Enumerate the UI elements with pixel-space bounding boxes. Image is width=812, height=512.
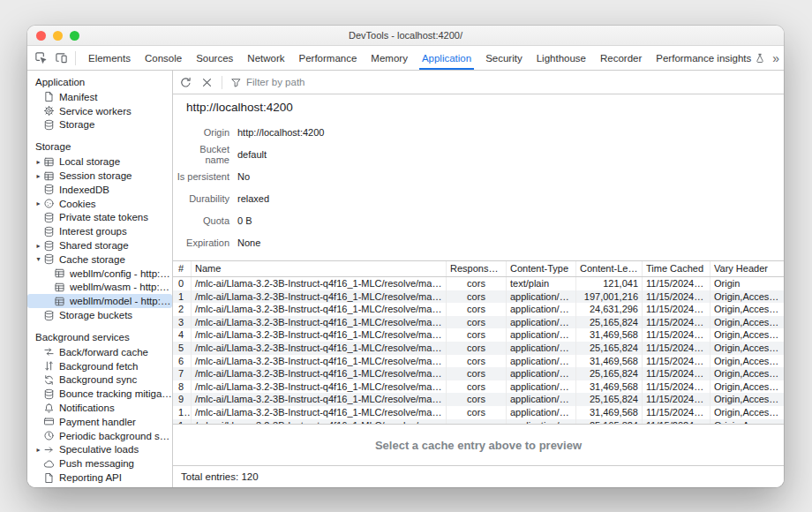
- sidebar-item-push-messaging[interactable]: Push messaging: [27, 456, 172, 471]
- tab-elements[interactable]: Elements: [81, 46, 138, 70]
- tab-performance-insights[interactable]: Performance insights: [649, 46, 772, 70]
- window-title: DevTools - localhost:4200/: [27, 30, 784, 41]
- sidebar-item-label: Back/forward cache: [59, 347, 172, 358]
- sidebar-item-speculative-loads[interactable]: ▸Speculative loads: [27, 443, 172, 457]
- cell-name: /mlc-ai/Llama-3.2-3B-Instruct-q4f16_1-ML…: [192, 406, 447, 419]
- cell-time_cached: 11/15/2024, 10…: [643, 406, 710, 419]
- expand-arrow-icon[interactable]: ▸: [34, 446, 43, 454]
- sidebar-item-service-workers[interactable]: Service workers: [27, 104, 172, 118]
- sync-icon: [43, 374, 55, 386]
- tab-lighthouse[interactable]: Lighthouse: [530, 46, 593, 70]
- expand-arrow-icon[interactable]: ▸: [34, 200, 43, 207]
- sidebar-item-payment-handler[interactable]: Payment handler: [27, 415, 172, 429]
- table-row[interactable]: 9/mlc-ai/Llama-3.2-3B-Instruct-q4f16_1-M…: [173, 393, 784, 406]
- sidebar-item-private-state-tokens[interactable]: Private state tokens: [27, 211, 172, 225]
- table-row[interactable]: 0/mlc-ai/Llama-3.2-3B-Instruct-q4f16_1-M…: [173, 277, 784, 290]
- table-row[interactable]: 4/mlc-ai/Llama-3.2-3B-Instruct-q4f16_1-M…: [173, 328, 784, 342]
- sidebar-item-bounce-tracking-mitigations[interactable]: Bounce tracking mitigations: [27, 387, 172, 401]
- tab-label: Performance: [299, 53, 357, 64]
- sidebar-item-manifest[interactable]: Manifest: [27, 90, 172, 104]
- filter-input[interactable]: Filter by path: [230, 77, 304, 88]
- tab-security[interactable]: Security: [478, 46, 530, 70]
- cell-content_type: application/oc…: [507, 342, 576, 355]
- meta-value: relaxed: [237, 193, 269, 204]
- column-header-vary-header[interactable]: Vary Header: [710, 261, 784, 276]
- tab-memory[interactable]: Memory: [364, 46, 415, 70]
- table-row[interactable]: 10/mlc-ai/Llama-3.2-3B-Instruct-q4f16_1-…: [173, 406, 784, 419]
- table-header[interactable]: #NameResponse-TypeContent-TypeContent-Le…: [173, 261, 784, 277]
- expand-arrow-icon[interactable]: ▾: [34, 255, 43, 263]
- table-row[interactable]: 6/mlc-ai/Llama-3.2-3B-Instruct-q4f16_1-M…: [173, 355, 784, 368]
- sidebar-item-back-forward-cache[interactable]: Back/forward cache: [27, 345, 172, 359]
- sidebar-item-local-storage[interactable]: ▸Local storage: [27, 154, 172, 169]
- section-title-application: Application: [27, 74, 172, 90]
- sidebar-item-label: Reporting API: [59, 472, 172, 483]
- inspect-icon[interactable]: [34, 51, 48, 64]
- device-toolbar-icon[interactable]: [55, 51, 68, 64]
- refresh-icon[interactable]: [179, 76, 192, 89]
- column-header-content-type[interactable]: Content-Type: [507, 261, 576, 276]
- table-row[interactable]: 3/mlc-ai/Llama-3.2-3B-Instruct-q4f16_1-M…: [173, 316, 784, 329]
- tab-recorder[interactable]: Recorder: [593, 46, 649, 70]
- sidebar-item-webllm-wasm-http-loca[interactable]: webllm/wasm - http://loca…: [27, 281, 172, 295]
- cell-content_length: 197,001,216: [576, 290, 643, 304]
- sidebar-item-notifications[interactable]: Notifications: [27, 401, 172, 415]
- clear-icon[interactable]: [200, 76, 214, 89]
- tab-performance[interactable]: Performance: [292, 46, 365, 70]
- expand-arrow-icon[interactable]: ▸: [34, 242, 43, 250]
- sidebar-item-cookies[interactable]: ▸Cookies: [27, 197, 172, 211]
- sidebar-item-reporting-api[interactable]: Reporting API: [27, 471, 172, 485]
- meta-row-is-persistent: Is persistentNo: [173, 165, 784, 187]
- table-rows: 0/mlc-ai/Llama-3.2-3B-Instruct-q4f16_1-M…: [173, 277, 784, 425]
- expand-arrow-icon[interactable]: ▸: [34, 172, 43, 180]
- cell-response_type: cors: [447, 355, 507, 368]
- table-row[interactable]: 1/mlc-ai/Llama-3.2-3B-Instruct-q4f16_1-M…: [173, 290, 784, 304]
- sidebar-item-storage-buckets[interactable]: Storage buckets: [27, 308, 172, 322]
- expand-arrow-icon[interactable]: ▸: [34, 158, 43, 166]
- sidebar-item-indexeddb[interactable]: IndexedDB: [27, 183, 172, 197]
- tabbar-tabs: ElementsConsoleSourcesNetworkPerformance…: [81, 46, 772, 70]
- sidebar-item-session-storage[interactable]: ▸Session storage: [27, 169, 172, 183]
- cell-response_type: cors: [447, 393, 507, 406]
- table-row[interactable]: 2/mlc-ai/Llama-3.2-3B-Instruct-q4f16_1-M…: [173, 303, 784, 316]
- more-tabs-icon[interactable]: »: [772, 52, 779, 64]
- cell-vary: Origin,Access…: [710, 342, 784, 355]
- tab-label: Lighthouse: [537, 53, 586, 64]
- sidebar-item-background-sync[interactable]: Background sync: [27, 373, 172, 388]
- column-header-content-length[interactable]: Content-Length: [576, 261, 643, 276]
- sidebar-item-shared-storage[interactable]: ▸Shared storage: [27, 238, 172, 252]
- sidebar-item-periodic-background-sync[interactable]: Periodic background sync: [27, 429, 172, 443]
- application-panel: Filter by path http://localhost:4200 Ori…: [173, 71, 784, 487]
- back-forward-icon: [43, 346, 55, 358]
- sidebar-item-label: Cookies: [59, 199, 172, 209]
- table-row[interactable]: 8/mlc-ai/Llama-3.2-3B-Instruct-q4f16_1-M…: [173, 380, 784, 394]
- sidebar-item-storage[interactable]: Storage: [27, 118, 172, 132]
- cell-response_type: cors: [447, 277, 507, 290]
- cell-content_length: 24,631,296: [576, 303, 643, 316]
- devtools-window: DevTools - localhost:4200/ ElementsConso…: [27, 26, 784, 487]
- column-header-name[interactable]: Name: [192, 261, 447, 276]
- column-header-[interactable]: #: [173, 261, 192, 276]
- tab-console[interactable]: Console: [138, 46, 189, 70]
- tab-network[interactable]: Network: [240, 46, 291, 70]
- sidebar-item-background-fetch[interactable]: Background fetch: [27, 359, 172, 373]
- tab-sources[interactable]: Sources: [189, 46, 240, 70]
- sidebar-item-label: Storage: [59, 119, 172, 130]
- tab-label: Application: [422, 53, 471, 64]
- column-header-response-type[interactable]: Response-Type: [447, 261, 507, 276]
- table-row[interactable]: 7/mlc-ai/Llama-3.2-3B-Instruct-q4f16_1-M…: [173, 367, 784, 380]
- sidebar-item-webllm-model-http-loc[interactable]: webllm/model - http://loc…: [27, 294, 172, 308]
- sidebar-item-webllm-config-http-loc[interactable]: webllm/config - http://loc…: [27, 267, 172, 281]
- cell-time_cached: 11/15/2024, 10…: [643, 367, 710, 380]
- cell-content_length: 25,165,824: [576, 393, 643, 406]
- cell-vary: Origin,Access…: [710, 393, 784, 406]
- sidebar-item-interest-groups[interactable]: Interest groups: [27, 224, 172, 238]
- cell-time_cached: 11/15/2024, 10…: [643, 355, 710, 368]
- meta-label: Quota: [173, 215, 229, 226]
- column-header-time-cached[interactable]: Time Cached: [643, 261, 710, 276]
- sidebar-item-cache-storage[interactable]: ▾Cache storage: [27, 252, 172, 267]
- tab-application[interactable]: Application: [415, 46, 478, 70]
- table-row[interactable]: 5/mlc-ai/Llama-3.2-3B-Instruct-q4f16_1-M…: [173, 342, 784, 355]
- cache-origin-title: http://localhost:4200: [173, 94, 784, 117]
- cell-response_type: cors: [447, 316, 507, 329]
